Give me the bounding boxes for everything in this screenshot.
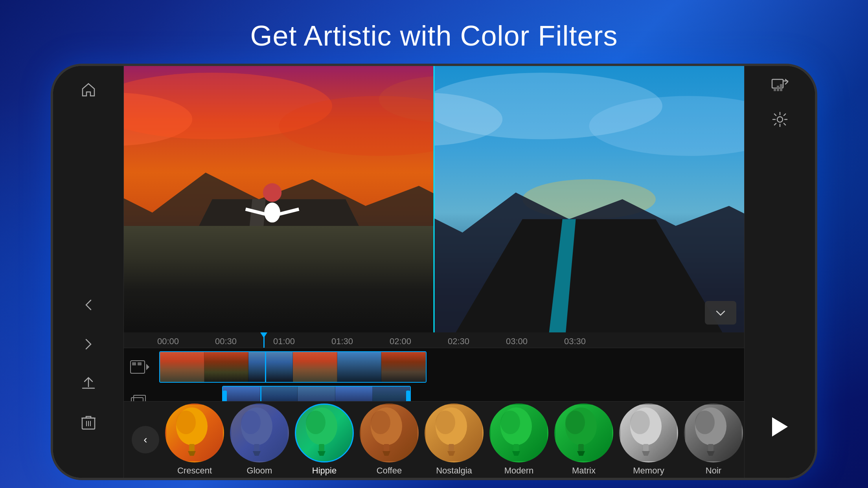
ruler-mark-4: 02:00 — [390, 336, 411, 347]
svg-rect-32 — [189, 444, 195, 451]
overlay-clips[interactable] — [155, 386, 740, 401]
forward-icon[interactable] — [77, 332, 100, 356]
svg-rect-29 — [134, 395, 145, 401]
filter-item-crescent[interactable]: Crescent — [165, 404, 224, 476]
svg-point-63 — [695, 411, 715, 434]
filter-item-coffee[interactable]: Coffee — [360, 404, 419, 476]
delete-icon[interactable] — [77, 411, 100, 435]
svg-rect-40 — [319, 444, 324, 451]
filter-strip: ‹ Crescent — [124, 401, 744, 478]
filter-label-coffee: Coffee — [377, 466, 402, 476]
filter-label-memory: Memory — [633, 466, 664, 476]
upload-icon[interactable] — [77, 372, 100, 395]
svg-line-13 — [262, 226, 272, 242]
filter-item-matrix[interactable]: Matrix — [554, 404, 613, 476]
home-icon[interactable] — [77, 78, 100, 101]
ruler-mark-5: 02:30 — [448, 336, 469, 347]
video-track-icon — [128, 355, 151, 379]
track-container: 1 — [124, 348, 744, 401]
filter-label-gloom: Gloom — [247, 466, 272, 476]
overlay-track-row: 1 — [124, 386, 744, 401]
svg-marker-57 — [577, 451, 585, 456]
timeline-area: 00:00 00:30 01:00 01:30 02:00 02:30 03:0… — [124, 332, 744, 478]
ruler-mark-1: 00:30 — [215, 336, 237, 347]
filter-label-modern: Modern — [504, 466, 534, 476]
svg-rect-64 — [708, 444, 714, 451]
svg-marker-41 — [318, 451, 326, 456]
svg-marker-27 — [146, 364, 149, 370]
svg-rect-36 — [254, 444, 259, 451]
video-split-divider — [434, 66, 435, 332]
play-button[interactable] — [770, 416, 790, 442]
svg-point-9 — [264, 202, 280, 222]
svg-point-51 — [500, 411, 520, 434]
ruler-mark-6: 03:00 — [506, 336, 528, 347]
settings-button[interactable] — [772, 112, 788, 127]
svg-rect-72 — [777, 86, 779, 91]
ruler-mark-2: 01:00 — [273, 336, 295, 347]
svg-marker-33 — [188, 451, 196, 456]
overlay-track-icon: 1 — [128, 390, 151, 401]
left-sidebar — [53, 66, 124, 478]
svg-point-55 — [565, 411, 585, 434]
svg-point-39 — [306, 411, 326, 434]
filter-item-nostalgia[interactable]: Nostalgia — [425, 404, 484, 476]
filter-label-nostalgia: Nostalgia — [436, 466, 472, 476]
filter-item-gloom[interactable]: Gloom — [230, 404, 289, 476]
filter-item-memory[interactable]: Memory — [619, 404, 678, 476]
video-track-row — [124, 351, 744, 383]
svg-point-31 — [176, 411, 196, 434]
filter-label-crescent: Crescent — [177, 466, 212, 476]
svg-rect-44 — [384, 444, 389, 451]
svg-point-74 — [777, 117, 783, 122]
svg-rect-60 — [643, 444, 649, 451]
svg-rect-28 — [131, 398, 143, 401]
main-content: 00:00 00:30 01:00 01:30 02:00 02:30 03:0… — [124, 66, 744, 478]
ruler-mark-3: 01:30 — [331, 336, 353, 347]
filter-back-button[interactable]: ‹ — [132, 426, 159, 453]
svg-rect-56 — [578, 444, 584, 451]
svg-rect-73 — [780, 84, 782, 91]
svg-marker-61 — [642, 451, 650, 456]
main-video-clips[interactable] — [155, 351, 740, 383]
phone-frame: 00:00 00:30 01:00 01:30 02:00 02:30 03:0… — [51, 64, 817, 480]
ruler-mark-0: 00:00 — [157, 336, 179, 347]
filter-label-matrix: Matrix — [572, 466, 596, 476]
right-sidebar — [744, 66, 815, 478]
back-icon[interactable] — [77, 293, 100, 317]
svg-rect-52 — [513, 444, 519, 451]
svg-point-35 — [241, 411, 261, 434]
svg-rect-48 — [449, 444, 454, 451]
filter-item-hippie[interactable]: Hippie — [295, 404, 354, 476]
video-right-half — [434, 66, 744, 332]
svg-marker-53 — [512, 451, 520, 456]
svg-point-10 — [263, 183, 281, 202]
video-left-half — [124, 66, 434, 332]
filter-item-modern[interactable]: Modern — [489, 404, 548, 476]
svg-point-43 — [371, 411, 390, 434]
collapse-button[interactable] — [705, 301, 736, 325]
svg-rect-71 — [774, 88, 776, 91]
svg-marker-45 — [383, 451, 390, 456]
svg-rect-26 — [138, 362, 142, 365]
svg-point-47 — [436, 411, 455, 434]
page-title: Get Artistic with Color Filters — [250, 20, 618, 52]
svg-marker-65 — [707, 451, 715, 456]
export-button[interactable] — [771, 78, 789, 92]
video-preview — [124, 66, 744, 332]
svg-rect-15 — [256, 242, 289, 248]
filter-label-hippie: Hippie — [312, 466, 337, 476]
filter-label-noir: Noir — [706, 466, 721, 476]
timeline-ruler: 00:00 00:30 01:00 01:30 02:00 02:30 03:0… — [124, 332, 744, 348]
svg-marker-75 — [772, 417, 788, 437]
svg-line-14 — [272, 226, 282, 239]
svg-point-59 — [630, 411, 650, 434]
svg-marker-37 — [253, 451, 261, 456]
ruler-mark-7: 03:30 — [564, 336, 586, 347]
filter-item-noir[interactable]: Noir — [684, 404, 743, 476]
svg-rect-25 — [132, 362, 136, 365]
svg-marker-49 — [447, 451, 455, 456]
